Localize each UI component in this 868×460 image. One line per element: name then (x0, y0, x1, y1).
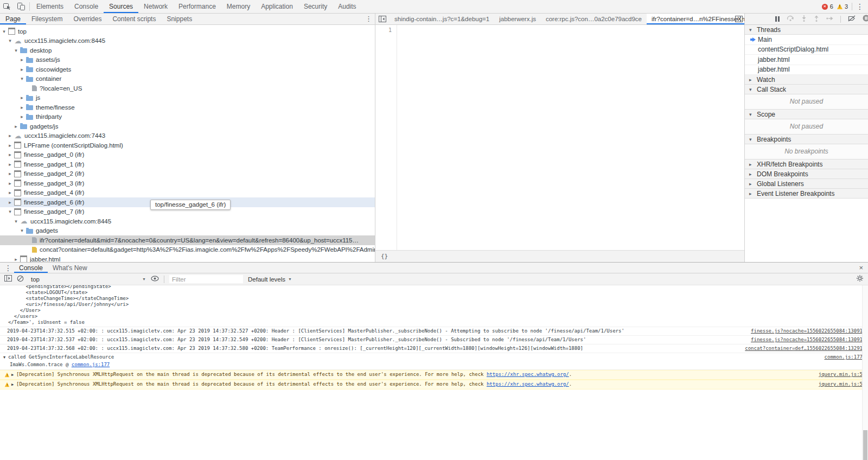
deactivate-breakpoints-icon[interactable] (848, 15, 856, 23)
device-toolbar-icon[interactable] (14, 0, 28, 13)
tree-expander-icon[interactable]: ▸ (7, 143, 13, 148)
tree-item-uccx115-imagicletv-com-7443[interactable]: ▸☁uccx115.imagicletv.com:7443 (0, 131, 375, 141)
panel-tab-network[interactable]: Network (138, 0, 173, 13)
navigator-tab-content-scripts[interactable]: Content scripts (107, 14, 161, 24)
warning-badge[interactable]: 3 (837, 3, 848, 10)
tree-item-thirdparty[interactable]: ▸thirdparty (0, 112, 375, 122)
panel-tab-application[interactable]: Application (256, 0, 298, 13)
tree-item-js[interactable]: ▸js (0, 93, 375, 103)
step-icon[interactable] (826, 15, 833, 23)
navigator-tab-filesystem[interactable]: Filesystem (26, 14, 68, 24)
more-options-icon[interactable]: ⋮ (856, 2, 864, 11)
tree-item-top[interactable]: ▾top (0, 27, 375, 36)
tree-expander-icon[interactable]: ▸ (7, 152, 13, 157)
tree-item-finesse-gadget-0-ifr[interactable]: ▸finesse_gadget_0 (ifr) (0, 150, 375, 160)
message-inline-link[interactable]: https://xhr.spec.whatwg.org/ (487, 381, 569, 387)
tree-expander-icon[interactable]: ▸ (7, 162, 13, 167)
tree-item-finesse-gadget-3-ifr[interactable]: ▸finesse_gadget_3 (ifr) (0, 178, 375, 188)
step-over-icon[interactable] (787, 15, 794, 23)
panel-tab-console[interactable]: Console (69, 0, 104, 13)
tree-expander-icon[interactable]: ▾ (13, 219, 19, 224)
section-header-breakpoints[interactable]: ▾Breakpoints (745, 135, 868, 144)
log-levels-dropdown[interactable]: Default levels ▼ (248, 276, 292, 283)
editor-tab-core-rpc-js-con-0a2c0e79acd9ce[interactable]: core:rpc.js?con…0a2c0e79acd9ce (541, 14, 647, 24)
message-source-link[interactable]: jquery.min.js:5 (811, 381, 863, 387)
thread-item[interactable]: jabber.html (745, 55, 868, 65)
console-settings-gear-icon[interactable] (856, 274, 864, 284)
group-expander-icon[interactable]: ▼ (3, 355, 8, 361)
message-inline-link[interactable]: https://xhr.spec.whatwg.org/ (487, 372, 569, 377)
tree-item-finesse-gadget-4-ifr[interactable]: ▸finesse_gadget_4 (ifr) (0, 188, 375, 198)
message-expander-icon[interactable]: ▶ (11, 382, 16, 388)
panel-tab-security[interactable]: Security (298, 0, 333, 13)
close-drawer-icon[interactable]: × (854, 263, 868, 273)
tree-item-ifr-container-default-mid-7-nocache-0-co[interactable]: ifr?container=default&mid=7&nocache=0&co… (0, 235, 375, 245)
message-expander-icon[interactable]: ▶ (11, 372, 16, 378)
panel-tab-audits[interactable]: Audits (333, 0, 361, 13)
thread-item[interactable]: Main (745, 35, 868, 45)
clear-console-icon[interactable] (17, 275, 24, 284)
message-source-link[interactable]: concat?container=def…1556022655084:13291 (737, 346, 863, 352)
scrollbar-thumb[interactable] (863, 430, 867, 460)
tree-expander-icon[interactable]: ▸ (7, 181, 13, 186)
drawer-menu-icon[interactable]: ⋮ (0, 263, 14, 273)
tree-expander-icon[interactable]: ▸ (7, 190, 13, 195)
panel-tab-performance[interactable]: Performance (173, 0, 221, 13)
tree-item-container[interactable]: ▾container (0, 74, 375, 84)
thread-item[interactable]: contentScriptDialog.html (745, 45, 868, 55)
section-header-call-stack[interactable]: ▾Call Stack (745, 85, 868, 94)
section-header-scope[interactable]: ▾Scope (745, 110, 868, 119)
message-source-link[interactable]: finesse.js?nocache=1556022655084:13091 (743, 337, 863, 343)
panel-tab-elements[interactable]: Elements (31, 0, 69, 13)
navigator-tab-snippets[interactable]: Snippets (161, 14, 197, 24)
tree-expander-icon[interactable]: ▸ (7, 133, 13, 138)
section-header-event-listener-breakpoints[interactable]: ▸Event Listener Breakpoints (745, 189, 868, 199)
editor-tab-jabberwerx-js[interactable]: jabberwerx.js (494, 14, 541, 24)
tree-expander-icon[interactable]: ▸ (13, 124, 19, 129)
console-sidebar-toggle-icon[interactable] (4, 275, 12, 283)
console-filter-input[interactable] (169, 275, 243, 283)
error-badge[interactable]: × 6 (822, 3, 833, 10)
message-source-link[interactable]: finesse.js?nocache=1556022655084:13091 (743, 328, 863, 334)
code-area[interactable] (397, 25, 744, 250)
panel-tab-memory[interactable]: Memory (221, 0, 256, 13)
tree-expander-icon[interactable]: ▾ (7, 38, 13, 43)
tree-item-finesse-gadget-1-ifr[interactable]: ▸finesse_gadget_1 (ifr) (0, 159, 375, 169)
tree-expander-icon[interactable]: ▾ (1, 29, 7, 34)
tree-expander-icon[interactable]: ▸ (7, 171, 13, 176)
inspect-element-icon[interactable] (0, 0, 14, 13)
tree-expander-icon[interactable]: ▾ (19, 228, 25, 233)
section-header-watch[interactable]: ▸Watch (745, 75, 868, 85)
section-header-global-listeners[interactable]: ▸Global Listeners (745, 179, 868, 189)
tree-expander-icon[interactable]: ▸ (19, 105, 25, 110)
editor-tab-shindig-contain-js-c-1-debug-1[interactable]: shindig-contain…js?c=1&debug=1 (390, 14, 494, 24)
tree-item-ciscowidgets[interactable]: ▸ciscowidgets (0, 65, 375, 74)
tree-item-uccx115-imagicletv-com-8445[interactable]: ▾☁uccx115.imagicletv.com:8445 (0, 36, 375, 46)
section-header-threads[interactable]: ▾Threads (745, 25, 868, 35)
hide-navigator-icon[interactable] (375, 14, 390, 24)
navigator-tab-overrides[interactable]: Overrides (68, 14, 107, 24)
tree-item-gadgets-js[interactable]: ▸gadgets/js (0, 122, 375, 131)
tree-expander-icon[interactable]: ▸ (13, 257, 19, 262)
tree-expander-icon[interactable]: ▸ (19, 95, 25, 100)
tree-item-gadgets[interactable]: ▾gadgets (0, 226, 375, 236)
tree-expander-icon[interactable]: ▾ (7, 209, 13, 214)
step-into-icon[interactable] (801, 15, 807, 23)
drawer-tab-console[interactable]: Console (14, 263, 48, 273)
navigator-more-icon[interactable]: ⋮ (365, 15, 372, 23)
tree-item-assets-js[interactable]: ▸assets/js (0, 55, 375, 65)
tree-expander-icon[interactable]: ▸ (19, 114, 25, 119)
tree-item-concat-container-default-gadget-http-3a-[interactable]: concat?container=default&gadget=http%3A%… (0, 245, 375, 255)
pretty-print-icon[interactable]: {} (381, 253, 388, 260)
tree-item-theme-finesse[interactable]: ▸theme/finesse (0, 103, 375, 112)
tree-expander-icon[interactable]: ▾ (13, 48, 19, 53)
group-header[interactable]: ▼called GetSyncInterfaceLabelResourcecom… (0, 353, 868, 362)
live-expression-eye-icon[interactable] (151, 276, 159, 283)
section-header-xhr-fetch-breakpoints[interactable]: ▸XHR/fetch Breakpoints (745, 159, 868, 169)
tree-item-locale-en-us[interactable]: ?locale=en_US (0, 84, 375, 93)
message-source-link[interactable]: jquery.min.js:5 (811, 372, 863, 378)
tree-expander-icon[interactable]: ▸ (19, 67, 25, 72)
pause-script-icon[interactable] (775, 16, 780, 22)
console-scrollbar[interactable] (862, 285, 868, 460)
pause-on-exceptions-icon[interactable] (863, 15, 868, 23)
